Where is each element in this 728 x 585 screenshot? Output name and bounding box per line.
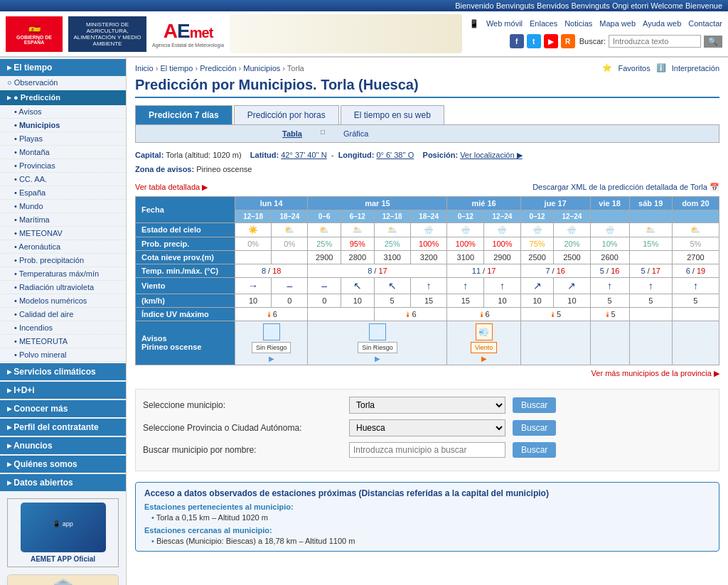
page-title: Predicción por Municipios. Torla (Huesca… bbox=[135, 77, 719, 98]
span-mar-612: 6–12 bbox=[341, 210, 374, 222]
tab-horas[interactable]: Predicción por horas bbox=[234, 105, 339, 124]
sidebar-item-meteoruta[interactable]: • METEORUTA bbox=[0, 335, 126, 348]
latitud-value[interactable]: 42° 37' 40'' N bbox=[281, 151, 327, 159]
uv-label: Índice UV máximo bbox=[136, 307, 235, 321]
sidebar-section-idi[interactable]: I+D+i bbox=[0, 382, 126, 399]
span-dom bbox=[672, 210, 719, 222]
twitter-icon[interactable]: t bbox=[527, 34, 541, 48]
longitud-value[interactable]: 0° 6' 38'' O bbox=[376, 151, 414, 159]
min-logo: MINISTERIO DE AGRICULTURA, ALIMENTACIÓN … bbox=[68, 16, 146, 52]
web-movil-link[interactable]: Web móvil bbox=[486, 19, 523, 28]
breadcrumb-prediccion[interactable]: Predicción bbox=[200, 64, 236, 73]
sidebar-item-temperaturas[interactable]: • Temperaturas máx/mín bbox=[0, 267, 126, 281]
layout: El tiempo ○ Observación ● Predicción • A… bbox=[0, 58, 728, 585]
sky-mar-1218: 🌥️ bbox=[374, 222, 410, 237]
prob-mar-06: 25% bbox=[308, 237, 341, 250]
cota-mie-1224: 2900 bbox=[484, 250, 521, 264]
sidebar-section-servicios[interactable]: Servicios climáticos bbox=[0, 363, 126, 380]
sidebar-item-calidad[interactable]: • Calidad del aire bbox=[0, 308, 126, 321]
ayuda-web-link[interactable]: Ayuda web bbox=[643, 19, 681, 28]
buscar-nombre-button[interactable]: Buscar bbox=[513, 442, 556, 458]
app-label: AEMET APP Oficial bbox=[11, 555, 114, 563]
cota-mie-012: 3100 bbox=[447, 250, 484, 264]
cota-dom: 2700 bbox=[672, 250, 719, 264]
subtab-grafica[interactable]: Gráfica bbox=[339, 128, 373, 139]
buscar-provincia-button[interactable]: Buscar bbox=[513, 420, 556, 436]
day-jue17: jue 17 bbox=[520, 196, 590, 210]
subtab-tabla[interactable]: Tabla bbox=[278, 128, 306, 139]
sky-mar-612: 🌥️ bbox=[341, 222, 374, 237]
sidebar-item-maritima[interactable]: • Marítima bbox=[0, 213, 126, 227]
interpretation-link[interactable]: Interpretación bbox=[672, 64, 719, 73]
sidebar-item-avisos[interactable]: • Avisos bbox=[0, 105, 126, 119]
header-links: 📱 Web móvil Enlaces Noticias Mapa web Ay… bbox=[469, 19, 722, 28]
sidebar-section-conocer[interactable]: Conocer más bbox=[0, 400, 126, 417]
cota-lun-1824 bbox=[272, 250, 308, 264]
sidebar-item-aeronautica[interactable]: • Aeronáutica bbox=[0, 240, 126, 254]
ver-tabla-link[interactable]: Ver tabla detallada ▶ bbox=[135, 183, 208, 192]
enlaces-link[interactable]: Enlaces bbox=[530, 19, 557, 28]
header: 🇪🇸 GOBIERNO DE ESPAÑA MINISTERIO DE AGRI… bbox=[0, 11, 728, 58]
sidebar-section-prediccion[interactable]: ● Predicción bbox=[0, 90, 126, 105]
kmh-sab: 5 bbox=[629, 294, 672, 307]
sidebar-section-tiempo[interactable]: El tiempo bbox=[0, 59, 126, 76]
sidebar-item-mundo[interactable]: • Mundo bbox=[0, 200, 126, 213]
sidebar-item-ccaa[interactable]: • CC. AA. bbox=[0, 173, 126, 186]
buscar-municipio-button[interactable]: Buscar bbox=[513, 397, 556, 413]
select-municipio-dropdown[interactable]: Torla bbox=[349, 397, 505, 414]
breadcrumb-inicio[interactable]: Inicio bbox=[135, 64, 154, 73]
row-viento-kmh: (km/h) 10 0 0 10 5 15 15 10 10 10 5 5 5 bbox=[136, 294, 719, 307]
posicion-value[interactable]: Ver localización ▶ bbox=[460, 151, 523, 159]
favorites-link[interactable]: Favoritos bbox=[618, 64, 650, 73]
contactar-link[interactable]: Contactar bbox=[688, 19, 722, 28]
breadcrumb-tiempo[interactable]: El tiempo bbox=[160, 64, 193, 73]
row-estado-cielo: Estado del cielo ☀️ ⛅ ⛅ 🌥️ 🌥️ 🌧️ 🌧️ 🌧️ 🌧… bbox=[136, 222, 719, 237]
wind-mar-1824: ↑ bbox=[410, 277, 447, 294]
sidebar-item-espana[interactable]: • España bbox=[0, 186, 126, 200]
tab-7dias[interactable]: Predicción 7 días bbox=[135, 105, 232, 124]
span-lun-1218: 12–18 bbox=[235, 210, 272, 222]
sidebar-section-perfil[interactable]: Perfil del contratante bbox=[0, 419, 126, 436]
descargar-xml-link[interactable]: Descargar XML de la predicción detallada… bbox=[532, 183, 719, 192]
youtube-icon[interactable]: ▶ bbox=[544, 34, 558, 48]
latitud-label: Latitud: bbox=[250, 151, 279, 159]
facebook-icon[interactable]: f bbox=[510, 34, 524, 48]
cota-sab bbox=[629, 250, 672, 264]
breadcrumb-municipios[interactable]: Municipios bbox=[243, 64, 280, 73]
search-input[interactable] bbox=[609, 35, 701, 48]
sidebar-item-meteonav[interactable]: • METEONAV bbox=[0, 227, 126, 240]
wind-mar-06: – bbox=[308, 277, 341, 294]
sidebar-item-provincias[interactable]: • Provincias bbox=[0, 159, 126, 173]
sidebar-section-quienes[interactable]: Quiénes somos bbox=[0, 456, 126, 473]
sidebar-item-incendios[interactable]: • Incendios bbox=[0, 321, 126, 335]
tabs-container: Predicción 7 días Predicción por horas E… bbox=[135, 105, 719, 124]
sidebar-section-anuncios[interactable]: Anuncios bbox=[0, 437, 126, 454]
sky-lun-1824: ⛅ bbox=[272, 222, 308, 237]
sidebar-item-montana[interactable]: • Montaña bbox=[0, 146, 126, 159]
noticias-link[interactable]: Noticias bbox=[564, 19, 592, 28]
wind-vie: ↑ bbox=[590, 277, 629, 294]
ver-mas-link[interactable]: Ver más municipios de la provincia ▶ bbox=[135, 369, 719, 378]
row-avisos: AvisosPirineo oscense Sin Riesgo ▶ Sin R… bbox=[136, 321, 719, 365]
sidebar-item-radiacion[interactable]: • Radiación ultravioleta bbox=[0, 281, 126, 294]
sidebar-item-observacion[interactable]: ○ Observación bbox=[0, 76, 126, 89]
uv-jue: 🌡5 bbox=[520, 307, 590, 321]
viento-kmh-label: (km/h) bbox=[136, 294, 235, 307]
sidebar-item-modelos[interactable]: • Modelos numéricos bbox=[0, 294, 126, 308]
zona-label: Zona de avisos: bbox=[135, 165, 194, 173]
select-provincia-dropdown[interactable]: Huesca bbox=[349, 419, 505, 436]
sidebar-sede[interactable]: 🏛️ Sede electrónica bbox=[7, 574, 119, 585]
estaciones-cercanas-item-0: • Biescas (Municipio: Biescas) a 18,78 k… bbox=[151, 537, 710, 545]
mapa-web-link[interactable]: Mapa web bbox=[599, 19, 636, 28]
day-lun14: lun 14 bbox=[235, 196, 308, 210]
search-button[interactable]: 🔍 bbox=[704, 36, 722, 48]
rss-icon[interactable]: R bbox=[561, 34, 575, 48]
aviso-vie bbox=[590, 321, 629, 365]
tab-web[interactable]: El tiempo en su web bbox=[341, 105, 444, 124]
sidebar-item-prob-precip[interactable]: • Prob. precipitación bbox=[0, 254, 126, 267]
sidebar-section-datos[interactable]: Datos abiertos bbox=[0, 474, 126, 491]
sidebar-item-playas[interactable]: • Playas bbox=[0, 132, 126, 146]
sidebar-item-polvo[interactable]: • Polvo mineral bbox=[0, 348, 126, 362]
sidebar-item-municipios[interactable]: • Municipios bbox=[0, 119, 126, 132]
buscar-nombre-input[interactable] bbox=[349, 442, 505, 458]
